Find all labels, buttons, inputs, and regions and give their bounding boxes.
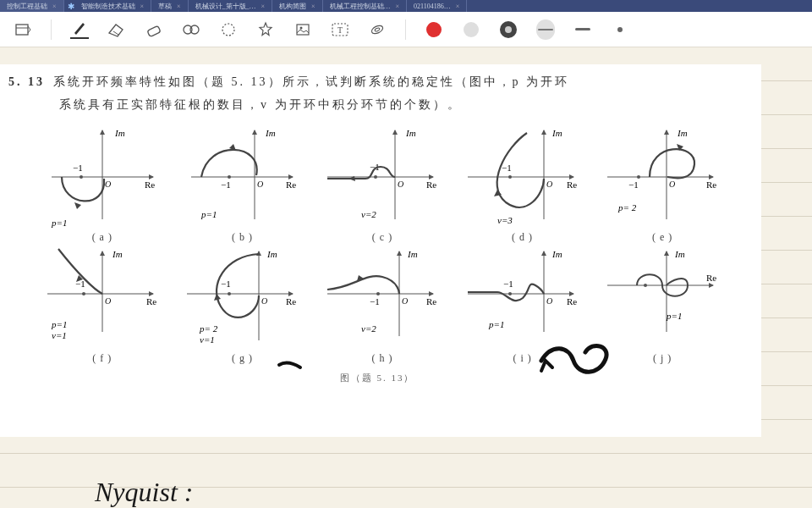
svg-text:Re: Re <box>567 179 577 190</box>
subfig-caption: ( h ) <box>371 352 392 365</box>
svg-text:−1: −1 <box>221 179 231 190</box>
nyquist-plot-i: Im Re O −1 p=1 <box>464 247 582 349</box>
nyquist-figures-grid: Im Re O −1 p=1 ( a ) Im Re <box>5 126 749 365</box>
svg-point-65 <box>228 292 231 295</box>
subfig-c: Im Re O −1 v=2 ( c ) <box>315 126 449 244</box>
tab-label: 智能制造技术基础 <box>81 2 135 11</box>
svg-rect-0 <box>16 25 28 35</box>
selection-dashed-icon[interactable] <box>219 20 238 39</box>
svg-text:v=1: v=1 <box>52 330 67 340</box>
svg-text:O: O <box>669 179 675 189</box>
subfig-caption: ( c ) <box>372 231 392 244</box>
subfig-caption: ( b ) <box>232 231 253 244</box>
color-black-icon[interactable] <box>462 20 480 39</box>
svg-text:O: O <box>261 296 267 306</box>
subfig-caption: ( a ) <box>92 231 112 244</box>
svg-text:−1: −1 <box>503 279 513 289</box>
tab-close-icon[interactable]: × <box>456 3 460 10</box>
svg-point-4 <box>222 24 234 36</box>
stroke-thin-icon[interactable] <box>536 20 555 39</box>
subfig-g: Im Re O −1 p= 2 v=1 ( g ) <box>176 247 310 365</box>
subfig-d: Im Re O −1 v=3 ( d ) <box>456 126 590 244</box>
subfig-caption: ( e ) <box>652 231 672 244</box>
svg-point-89 <box>644 284 647 287</box>
tab-close-icon[interactable]: × <box>261 3 266 10</box>
tab-close-icon[interactable]: × <box>396 3 400 10</box>
svg-text:−1: −1 <box>370 296 380 306</box>
svg-text:O: O <box>546 296 552 306</box>
tape-tool-icon[interactable] <box>368 20 387 39</box>
svg-text:Im: Im <box>407 249 418 259</box>
svg-point-74 <box>376 292 380 295</box>
nyquist-plot-f: Im Re O −1 p=1 v=1 <box>43 247 162 349</box>
nyquist-plot-h: Im Re O −1 v=2 <box>323 247 442 349</box>
svg-text:Im: Im <box>405 128 416 138</box>
svg-text:v=3: v=3 <box>497 215 513 225</box>
lasso-link-icon[interactable] <box>182 20 200 39</box>
tab-item[interactable]: 控制工程基础 × <box>0 0 64 12</box>
subfig-caption: ( j ) <box>653 352 672 365</box>
svg-text:Im: Im <box>265 128 276 138</box>
page-tool-icon[interactable] <box>14 20 32 39</box>
tab-close-icon[interactable]: × <box>52 3 57 10</box>
svg-point-32 <box>374 175 377 179</box>
tab-item[interactable]: 机械设计_第十版_… × <box>189 0 273 12</box>
record-color-red-icon[interactable] <box>425 20 443 39</box>
svg-text:p=1: p=1 <box>488 319 504 329</box>
svg-text:O: O <box>546 179 552 189</box>
svg-text:Re: Re <box>146 296 156 306</box>
tab-item[interactable]: 草稿 × <box>151 0 189 12</box>
tab-item[interactable]: 021104186… × <box>407 0 467 12</box>
tab-close-icon[interactable]: × <box>177 3 181 10</box>
svg-text:Re: Re <box>286 296 296 306</box>
svg-text:p=1: p=1 <box>200 209 217 219</box>
svg-point-9 <box>370 24 384 35</box>
stroke-med-icon[interactable] <box>573 20 592 39</box>
nyquist-plot-d: Im Re O −1 v=3 <box>464 126 582 228</box>
svg-text:Im: Im <box>551 128 562 138</box>
tab-label: 021104186… <box>414 3 451 10</box>
tab-item[interactable]: 智能制造技术基础 × <box>74 0 152 12</box>
problem-line1: 系统开环频率特性如图（题 5. 13）所示，试判断系统的稳定性（图中，p 为开环 <box>53 75 569 88</box>
subfig-caption: ( d ) <box>512 231 533 244</box>
subfig-h: Im Re O −1 v=2 ( h ) <box>315 247 449 365</box>
pen-tool-icon[interactable] <box>70 20 89 39</box>
svg-text:−1: −1 <box>502 163 512 173</box>
shape-star-icon[interactable] <box>256 20 275 39</box>
cut-eraser-icon[interactable] <box>107 20 126 39</box>
subfig-e: Im Re O −1 p= 2 ( e ) <box>595 126 729 244</box>
svg-text:−1: −1 <box>73 163 83 173</box>
svg-text:Im: Im <box>112 249 123 259</box>
tab-close-icon[interactable]: × <box>140 3 145 10</box>
nyquist-plot-j: Im Re p=1 <box>603 247 721 349</box>
text-tool-icon[interactable]: T <box>331 20 349 39</box>
svg-point-56 <box>82 292 85 295</box>
subfig-caption: ( g ) <box>232 352 253 365</box>
svg-text:p= 2: p= 2 <box>617 202 637 213</box>
subfig-caption: ( f ) <box>92 352 112 365</box>
svg-text:O: O <box>402 296 408 306</box>
svg-point-40 <box>508 175 512 179</box>
svg-rect-1 <box>147 25 161 36</box>
svg-point-24 <box>228 175 231 179</box>
nyquist-plot-a: Im Re O −1 p=1 <box>43 126 162 228</box>
svg-point-10 <box>375 27 381 31</box>
tab-item[interactable]: 机构简图 × <box>272 0 323 12</box>
svg-text:O: O <box>257 179 263 189</box>
color-ring-icon[interactable] <box>499 20 518 39</box>
nyquist-plot-c: Im Re O −1 v=2 <box>323 126 442 228</box>
svg-text:Re: Re <box>706 179 716 190</box>
subfig-j: Im Re p=1 ( j ) <box>595 247 729 365</box>
image-tool-icon[interactable] <box>294 20 312 39</box>
eraser-icon[interactable] <box>145 20 163 39</box>
svg-point-48 <box>637 175 640 179</box>
stroke-dot-icon[interactable] <box>611 20 629 39</box>
toolbar: T <box>0 12 812 47</box>
problem-line2: 系统具有正实部特征根的数目，v 为开环中积分环节的个数）。 <box>8 94 749 117</box>
tab-label: 草稿 <box>158 2 172 11</box>
bluetooth-icon: ✱ <box>68 2 74 11</box>
notebook-canvas[interactable]: 5. 13系统开环频率特性如图（题 5. 13）所示，试判断系统的稳定性（图中，… <box>0 47 812 508</box>
svg-text:Im: Im <box>266 249 277 259</box>
tab-close-icon[interactable]: × <box>311 3 315 10</box>
tab-item[interactable]: 机械工程控制基础… × <box>323 0 408 12</box>
